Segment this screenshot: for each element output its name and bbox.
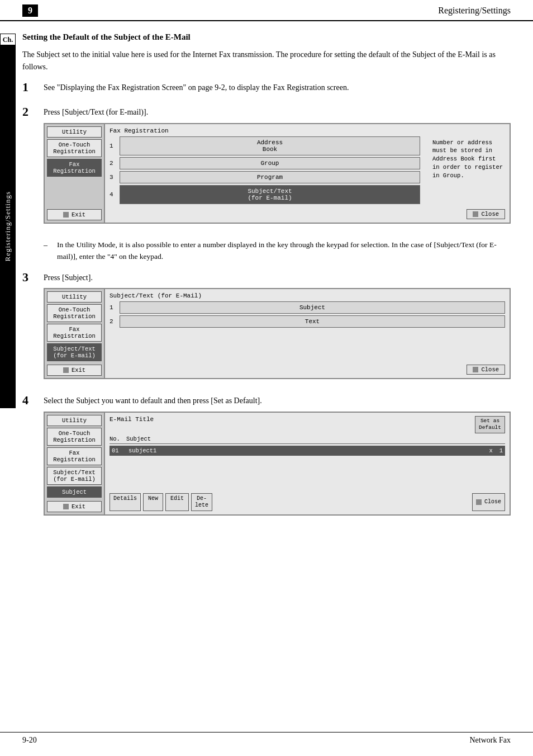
step-1-content: See "Displaying the Fax Registration Scr… (44, 82, 511, 98)
screen-btn-exit-2[interactable]: Exit (47, 365, 102, 376)
sub-note-dash: – (44, 239, 57, 263)
screen-row-1-2: 2 Group (110, 157, 420, 169)
col-no-header: No. (110, 436, 126, 442)
screen-btn-exit-3[interactable]: Exit (47, 501, 102, 512)
set-as-default-btn[interactable]: Set asDefault (475, 416, 505, 433)
screen-close-btn-1[interactable]: Close (467, 209, 505, 219)
row-no-1: 01 (112, 447, 129, 454)
main-content: Setting the Default of the Subject of th… (22, 21, 511, 523)
screen-btn-faxreg-1[interactable]: Fax Registration (47, 159, 102, 177)
screen-btn-utility-1[interactable]: Utility (47, 126, 102, 138)
screen-mockup-1: Utility One-TouchRegistration Fax Regist… (44, 123, 511, 224)
page-header: 9 Registering/Settings (0, 0, 533, 21)
screen-btn-exit-1[interactable]: Exit (47, 209, 102, 220)
row-subject-1: subject1 (129, 447, 489, 454)
screen-close-bar-2: Close (110, 361, 505, 375)
row-marker-1: x (489, 447, 492, 454)
screen-right-1: Fax Registration 1 AddressBook 2 Group (105, 124, 510, 223)
delete-btn[interactable]: De-lete (191, 493, 212, 511)
screen-btn-onetouch-2[interactable]: One-TouchRegistration (47, 304, 102, 322)
screen-title-3: E-Mail Title (110, 416, 154, 423)
screen-btn-utility-3[interactable]: Utility (47, 415, 102, 426)
screen-mockup-3: Utility One-TouchRegistration Fax Regist… (44, 412, 511, 516)
step-1-number: 1 (22, 80, 44, 94)
screen-title-1: Fax Registration (110, 127, 505, 134)
close-icon-3 (476, 499, 482, 505)
exit-icon-1 (63, 212, 69, 218)
step-2-number: 2 (22, 105, 44, 119)
close-btn-3[interactable]: Close (472, 493, 505, 511)
screen-num-2: 2 (110, 160, 120, 167)
screen-item-group[interactable]: Group (120, 157, 420, 169)
screen-num-1: 1 (110, 143, 120, 149)
new-btn[interactable]: New (143, 493, 163, 511)
screen-item-address[interactable]: AddressBook (120, 136, 420, 155)
side-tab-text: Registering/Settings (3, 191, 12, 261)
screen-close-bar-1: Close (110, 206, 505, 219)
page-number: 9 (22, 4, 38, 17)
screen-item-program[interactable]: Program (120, 171, 420, 183)
row-page-1: 1 (499, 447, 503, 454)
step-2-text: Press [Subject/Text (for E-mail)]. (44, 106, 511, 119)
table-header: No. Subject (110, 436, 505, 444)
screen-btn-utility-2[interactable]: Utility (47, 291, 102, 303)
table-row-1: 01 subject1 x 1 (110, 446, 505, 456)
screen-right-3: E-Mail Title Set asDefault No. Subject 0… (105, 413, 510, 514)
screen-mockup-2: Utility One-TouchRegistration Fax Regist… (44, 288, 511, 379)
details-btn[interactable]: Details (110, 493, 141, 511)
footer-left: 9-20 (22, 736, 37, 745)
step-4-content: Select the Subject you want to default a… (44, 395, 511, 523)
screen-row-1-4: 4 Subject/Text(for E-mail) (110, 185, 420, 204)
screen-btn-faxreg-2[interactable]: Fax Registration (47, 324, 102, 342)
edit-btn[interactable]: Edit (165, 493, 189, 511)
screen-btn-subject-3[interactable]: Subject (47, 486, 102, 498)
step-4-text: Select the Subject you want to default a… (44, 395, 511, 407)
exit-icon-3 (63, 504, 69, 509)
footer-right: Network Fax (470, 736, 511, 745)
screen-row-1-3: 3 Program (110, 171, 420, 183)
sub-note-text: In the Utility Mode, it is also possible… (57, 239, 511, 263)
screen-btn-subjecttext-3[interactable]: Subject/Text(for E-mail) (47, 467, 102, 485)
screen-right-2: Subject/Text (for E-Mail) 1 Subject 2 Te… (105, 289, 510, 378)
step-2-content: Press [Subject/Text (for E-mail)]. Utili… (44, 106, 511, 231)
screen-left-1: Utility One-TouchRegistration Fax Regist… (45, 124, 105, 223)
screen-note-1: Number or addressmust be stored inAddres… (430, 136, 505, 206)
screen-num-4: 4 (110, 191, 120, 198)
screen-item-text[interactable]: Text (120, 315, 505, 328)
screen-btn-onetouch-1[interactable]: One-TouchRegistration (47, 139, 102, 157)
screen-item-subjecttext[interactable]: Subject/Text(for E-mail) (120, 185, 420, 204)
screen-left-2: Utility One-TouchRegistration Fax Regist… (45, 289, 105, 378)
exit-icon-2 (63, 367, 69, 373)
step-1: 1 See "Displaying the Fax Registration S… (22, 82, 511, 98)
screen-num-2-1: 1 (110, 304, 120, 311)
screen-row-2-2: 2 Text (110, 315, 505, 328)
screen-left-3: Utility One-TouchRegistration Fax Regist… (45, 413, 105, 514)
screen-btn-onetouch-3[interactable]: One-TouchRegistration (47, 428, 102, 446)
screen-close-btn-2[interactable]: Close (467, 365, 505, 375)
side-tab: Registering/Settings (0, 45, 16, 408)
step-3-text: Press [Subject]. (44, 272, 511, 284)
step-3: 3 Press [Subject]. Utility One-TouchRegi… (22, 272, 511, 388)
screen-num-3: 3 (110, 174, 120, 181)
header-title: Registering/Settings (438, 6, 511, 16)
screen-num-2-2: 2 (110, 318, 120, 325)
screen-row-1-1: 1 AddressBook (110, 136, 420, 155)
screen-actions-3: Details New Edit De-lete Close (110, 493, 505, 511)
step-3-number: 3 (22, 270, 44, 285)
step-3-content: Press [Subject]. Utility One-TouchRegist… (44, 272, 511, 388)
close-icon-1 (473, 211, 478, 217)
sub-note-1: – In the Utility Mode, it is also possib… (44, 239, 511, 263)
screen-title-2: Subject/Text (for E-Mail) (110, 292, 505, 299)
col-subject-header: Subject (126, 436, 505, 442)
screen-btn-faxreg-3[interactable]: Fax Registration (47, 447, 102, 465)
page-footer: 9-20 Network Fax (0, 732, 533, 745)
step-4-number: 4 (22, 393, 44, 408)
close-icon-2 (473, 367, 478, 372)
section-heading: Setting the Default of the Subject of th… (22, 32, 511, 42)
step-2: 2 Press [Subject/Text (for E-mail)]. Uti… (22, 106, 511, 231)
screen-btn-subjecttext-2[interactable]: Subject/Text(for E-mail) (47, 343, 102, 361)
screen-item-subject[interactable]: Subject (120, 301, 505, 314)
section-intro: The Subject set to the initial value her… (22, 49, 511, 73)
step-1-text: See "Displaying the Fax Registration Scr… (44, 82, 511, 94)
step-4: 4 Select the Subject you want to default… (22, 395, 511, 523)
